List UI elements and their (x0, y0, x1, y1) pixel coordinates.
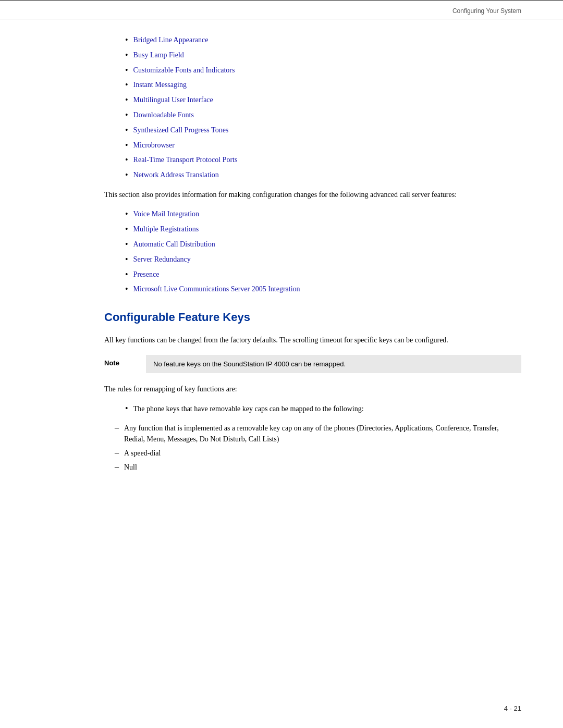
bullet-dot: • (125, 269, 128, 280)
section-heading: Configurable Feature Keys (104, 311, 521, 324)
list-item: • Downloadable Fonts (125, 110, 521, 121)
list-item: • Server Redundancy (125, 254, 521, 265)
bullet-dot: • (125, 284, 128, 295)
network-address-link[interactable]: Network Address Translation (133, 170, 219, 180)
bullet-dot: • (125, 35, 128, 46)
paragraph-3: The rules for remapping of key functions… (104, 384, 521, 395)
list-item: • Microbrowser (125, 140, 521, 151)
bullet-dot: • (125, 125, 128, 136)
sub-list-item: – Null (115, 462, 521, 473)
real-time-link[interactable]: Real-Time Transport Protocol Ports (133, 155, 238, 165)
dash-icon: – (115, 448, 119, 459)
sub-item-text-1: Any function that is implemented as a re… (124, 423, 521, 445)
list-item: • Customizable Fonts and Indicators (125, 65, 521, 76)
bullet-dot: • (125, 155, 128, 166)
bullet-dot: • (125, 403, 128, 414)
bullet-dot: • (125, 170, 128, 181)
busy-lamp-link[interactable]: Busy Lamp Field (133, 50, 184, 60)
server-red-link[interactable]: Server Redundancy (133, 254, 191, 265)
bullet-dot: • (125, 80, 128, 91)
list-item: • Voice Mail Integration (125, 209, 521, 220)
page: Configuring Your System • Bridged Line A… (0, 0, 563, 728)
main-content: • Bridged Line Appearance • Busy Lamp Fi… (0, 35, 563, 473)
sub-bullet-list: – Any function that is implemented as a … (115, 423, 521, 473)
list-item: • Busy Lamp Field (125, 50, 521, 61)
note-label: Note (104, 355, 146, 367)
ms-live-link[interactable]: Microsoft Live Communications Server 200… (133, 284, 300, 294)
list-item: • Presence (125, 269, 521, 280)
list-item: • Synthesized Call Progress Tones (125, 125, 521, 136)
bullet-list-main: • The phone keys that have removable key… (125, 403, 521, 414)
list-item: • Automatic Call Distribution (125, 239, 521, 250)
synthesized-link[interactable]: Synthesized Call Progress Tones (133, 125, 229, 135)
paragraph-1: This section also provides information f… (104, 189, 521, 201)
bullet-dot: • (125, 110, 128, 121)
list-item: • Multilingual User Interface (125, 95, 521, 106)
list-item: • Instant Messaging (125, 80, 521, 91)
sub-list-item: – Any function that is implemented as a … (115, 423, 521, 445)
list-item: • Multiple Registrations (125, 224, 521, 235)
list-item: • Real-Time Transport Protocol Ports (125, 155, 521, 166)
sub-list-item: – A speed-dial (115, 448, 521, 459)
chapter-title: Configuring Your System (452, 7, 521, 15)
list-item: • Network Address Translation (125, 170, 521, 181)
dash-icon: – (115, 423, 119, 434)
multilingual-link[interactable]: Multilingual User Interface (133, 95, 213, 105)
header-bar: Configuring Your System (0, 3, 563, 19)
bullet-dot: • (125, 239, 128, 250)
bullet-dot: • (125, 224, 128, 235)
bullet-item-text: The phone keys that have removable key c… (133, 403, 364, 414)
note-content: No feature keys on the SoundStation IP 4… (146, 355, 521, 374)
multiple-reg-link[interactable]: Multiple Registrations (133, 224, 199, 235)
presence-link[interactable]: Presence (133, 269, 160, 280)
header-rule (0, 0, 563, 1)
bullet-list-1: • Bridged Line Appearance • Busy Lamp Fi… (125, 35, 521, 181)
bullet-list-2: • Voice Mail Integration • Multiple Regi… (125, 209, 521, 295)
voice-mail-link[interactable]: Voice Mail Integration (133, 209, 200, 219)
bullet-dot: • (125, 140, 128, 151)
bullet-dot: • (125, 50, 128, 61)
sub-item-text-3: Null (124, 462, 137, 473)
bullet-dot: • (125, 209, 128, 220)
list-item: • The phone keys that have removable key… (125, 403, 521, 414)
bullet-dot: • (125, 95, 128, 106)
footer-page-number: 4 - 21 (504, 705, 521, 712)
list-item: • Microsoft Live Communications Server 2… (125, 284, 521, 295)
instant-messaging-link[interactable]: Instant Messaging (133, 80, 187, 90)
microbrowser-link[interactable]: Microbrowser (133, 140, 175, 151)
bullet-dot: • (125, 254, 128, 265)
bridged-line-link[interactable]: Bridged Line Appearance (133, 35, 209, 45)
paragraph-2: All key functions can be changed from th… (104, 335, 521, 346)
list-item: • Bridged Line Appearance (125, 35, 521, 46)
sub-item-text-2: A speed-dial (124, 448, 161, 459)
bullet-dot: • (125, 65, 128, 76)
customizable-fonts-link[interactable]: Customizable Fonts and Indicators (133, 65, 235, 76)
dash-icon: – (115, 462, 119, 473)
note-box: Note No feature keys on the SoundStation… (104, 355, 521, 374)
downloadable-fonts-link[interactable]: Downloadable Fonts (133, 110, 194, 120)
auto-call-link[interactable]: Automatic Call Distribution (133, 239, 215, 250)
